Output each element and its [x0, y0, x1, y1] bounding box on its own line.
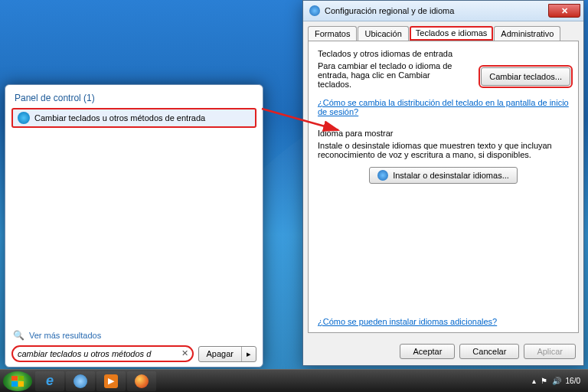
tab-keyboards-languages[interactable]: Teclados e idiomas [410, 26, 494, 41]
title-bar[interactable]: Configuración regional y de idioma ✕ [303, 1, 583, 21]
install-languages-label: Instalar o desinstalar idiomas... [393, 171, 509, 180]
taskbar-item-ie[interactable]: e [35, 371, 64, 391]
start-menu-panel: Panel de control (1) Cambiar teclados u … [5, 84, 263, 368]
tab-location[interactable]: Ubicación [358, 26, 408, 41]
start-button[interactable] [3, 371, 32, 391]
close-icon: ✕ [561, 6, 568, 16]
shutdown-menu-arrow-icon[interactable]: ▸ [242, 347, 256, 361]
taskbar: e ▶ ▴ ⚑ 🔊 16/0 [0, 369, 588, 392]
dialog-title: Configuración regional y de idioma [325, 6, 548, 15]
shutdown-label: Apagar [199, 347, 242, 361]
tab-administrative[interactable]: Administrativo [494, 26, 560, 41]
search-result-label: Cambiar teclados u otros métodos de entr… [34, 113, 205, 122]
dialog-icon [309, 5, 320, 16]
clear-search-icon[interactable]: ✕ [181, 348, 188, 358]
apply-button[interactable]: Aplicar [524, 344, 576, 359]
keyboards-group-heading: Teclados y otros idiomas de entrada [318, 49, 569, 58]
search-icon: 🔍 [13, 330, 24, 341]
dialog-footer: Aceptar Cancelar Aplicar [303, 338, 583, 365]
shutdown-button[interactable]: Apagar ▸ [198, 346, 256, 362]
tab-strip: Formatos Ubicación Teclados e idiomas Ad… [303, 21, 583, 41]
search-result-change-keyboards[interactable]: Cambiar teclados u otros métodos de entr… [11, 108, 256, 128]
display-language-heading: Idioma para mostrar [318, 129, 569, 138]
see-more-label: Ver más resultados [29, 331, 101, 340]
tray-volume-icon[interactable]: 🔊 [552, 377, 561, 385]
globe-cd-icon [377, 170, 388, 181]
start-search-wrap: ✕ [11, 345, 194, 362]
close-button[interactable]: ✕ [548, 4, 580, 18]
tray-date: 16/0 [566, 377, 580, 385]
additional-languages-help-link[interactable]: ¿Cómo se pueden instalar idiomas adicion… [318, 317, 497, 326]
cancel-button[interactable]: Cancelar [459, 344, 519, 359]
firefox-icon [135, 374, 149, 388]
keyboard-layout-help-link[interactable]: ¿Cómo se cambia la distribución del tecl… [318, 98, 569, 116]
tray-flag-icon[interactable]: ⚑ [541, 377, 547, 385]
media-player-icon: ▶ [104, 374, 118, 388]
keyboards-group-desc: Para cambiar el teclado o idioma de entr… [318, 61, 463, 89]
region-language-dialog: Configuración regional y de idioma ✕ For… [302, 0, 584, 366]
taskbar-item-firefox[interactable] [127, 371, 156, 391]
install-languages-button[interactable]: Instalar o desinstalar idiomas... [369, 167, 518, 184]
see-more-results[interactable]: 🔍 Ver más resultados [11, 327, 256, 345]
control-panel-heading: Panel de control (1) [15, 93, 256, 103]
google-earth-icon [74, 374, 87, 388]
windows-logo-icon [11, 376, 24, 387]
tray-chevron-icon[interactable]: ▴ [532, 377, 536, 385]
ok-button[interactable]: Aceptar [400, 344, 455, 359]
ie-icon: e [46, 373, 54, 389]
tab-content: Teclados y otros idiomas de entrada Para… [308, 41, 579, 333]
taskbar-item-media[interactable]: ▶ [96, 371, 126, 391]
change-keyboards-button[interactable]: Cambiar teclados... [481, 67, 570, 86]
tab-formats[interactable]: Formatos [308, 26, 357, 41]
taskbar-item-earth[interactable] [66, 371, 95, 391]
display-language-desc: Instale o desinstale idiomas que muestre… [318, 141, 569, 159]
system-tray[interactable]: ▴ ⚑ 🔊 16/0 [532, 377, 585, 385]
globe-icon [18, 112, 30, 124]
start-search-input[interactable] [18, 349, 178, 358]
